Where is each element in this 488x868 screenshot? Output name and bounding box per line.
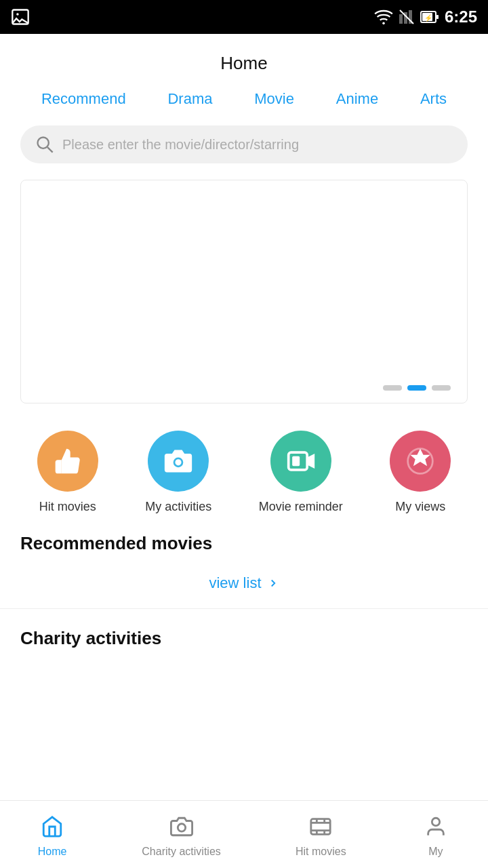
star-badge-icon <box>405 446 435 476</box>
my-nav-label: My <box>428 846 443 858</box>
page-title: Home <box>0 34 488 86</box>
activities-icon-bg <box>148 431 209 492</box>
home-nav-label: Home <box>38 846 67 858</box>
svg-point-11 <box>38 138 49 149</box>
nav-item-home[interactable]: Home <box>37 812 67 858</box>
search-placeholder: Please enter the movie/director/starring <box>62 137 299 153</box>
my-nav-icon-container <box>421 812 451 842</box>
tab-movie[interactable]: Movie <box>254 86 294 112</box>
quick-actions: Hit movies My activities Movie reminder <box>0 420 488 533</box>
image-icon <box>11 7 30 26</box>
tab-drama[interactable]: Drama <box>167 86 212 112</box>
svg-line-12 <box>47 147 53 153</box>
tab-arts[interactable]: Arts <box>420 86 447 112</box>
home-nav-icon-container <box>37 812 67 842</box>
svg-point-1 <box>16 13 19 16</box>
hit-movies-icon-bg <box>37 431 98 492</box>
time-display: 6:25 <box>445 7 477 26</box>
status-bar-right: ⚡ 6:25 <box>374 7 477 26</box>
svg-rect-17 <box>292 456 300 467</box>
quick-action-my-views[interactable]: My views <box>390 431 451 514</box>
chevron-right-icon <box>267 577 279 589</box>
recommended-movies-title: Recommended movies <box>20 533 468 554</box>
svg-point-14 <box>176 459 182 465</box>
hit-movies-nav-icon-container <box>306 812 336 842</box>
status-bar-left <box>11 7 30 26</box>
dot-2 <box>407 385 426 391</box>
status-bar: ⚡ 6:25 <box>0 0 488 34</box>
views-icon-bg <box>390 431 451 492</box>
nav-item-hit-movies[interactable]: Hit movies <box>296 812 346 858</box>
my-icon <box>424 815 447 838</box>
my-activities-label: My activities <box>145 500 211 514</box>
hit-movies-label: Hit movies <box>39 500 96 514</box>
quick-action-hit-movies[interactable]: Hit movies <box>37 431 98 514</box>
charity-activities-title: Charity activities <box>20 628 468 649</box>
signal-icon <box>399 9 415 25</box>
svg-point-27 <box>432 818 439 825</box>
svg-rect-3 <box>399 14 403 24</box>
dot-1 <box>383 385 402 391</box>
recommended-movies-section: Recommended movies <box>0 533 488 554</box>
svg-rect-20 <box>311 818 330 834</box>
thumbsup-icon <box>53 446 83 476</box>
view-list-button[interactable]: view list <box>0 562 488 608</box>
quick-action-movie-reminder[interactable]: Movie reminder <box>259 431 343 514</box>
movie-reminder-label: Movie reminder <box>259 500 343 514</box>
search-bar[interactable]: Please enter the movie/director/starring <box>20 125 468 163</box>
svg-point-19 <box>178 823 185 831</box>
dot-3 <box>432 385 451 391</box>
quick-action-my-activities[interactable]: My activities <box>145 431 211 514</box>
wifi-icon <box>374 9 393 24</box>
tab-recommend[interactable]: Recommend <box>41 86 126 112</box>
svg-point-2 <box>382 22 385 24</box>
charity-nav-label: Charity activities <box>142 846 220 858</box>
hit-movies-nav-icon <box>309 815 332 838</box>
banner-carousel[interactable] <box>20 180 468 403</box>
battery-icon: ⚡ <box>420 9 439 25</box>
svg-text:⚡: ⚡ <box>424 14 433 22</box>
nav-item-charity[interactable]: Charity activities <box>142 812 220 858</box>
home-icon <box>41 815 64 838</box>
video-reminder-icon <box>286 446 316 476</box>
charity-activities-section: Charity activities <box>0 628 488 649</box>
nav-item-my[interactable]: My <box>421 812 451 858</box>
svg-rect-8 <box>436 15 439 19</box>
bottom-nav: Home Charity activities Hit movies <box>0 800 488 868</box>
charity-icon <box>170 815 193 838</box>
tab-anime[interactable]: Anime <box>336 86 378 112</box>
section-divider <box>0 608 488 609</box>
search-icon <box>35 135 54 154</box>
carousel-dots <box>383 385 451 391</box>
view-list-label: view list <box>209 574 261 592</box>
camera-icon <box>163 446 193 476</box>
reminder-icon-bg <box>270 431 331 492</box>
hit-movies-nav-label: Hit movies <box>296 846 346 858</box>
charity-nav-icon-container <box>167 812 197 842</box>
my-views-label: My views <box>395 500 445 514</box>
category-tabs: Recommend Drama Movie Anime Arts <box>0 86 488 125</box>
